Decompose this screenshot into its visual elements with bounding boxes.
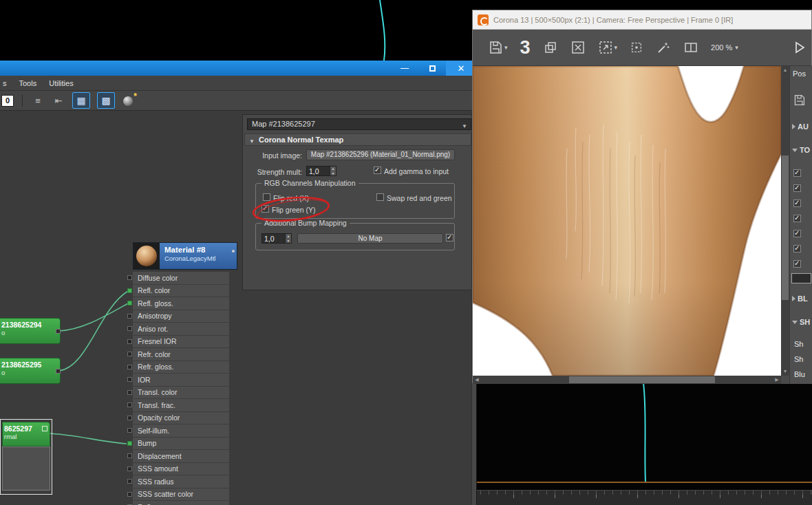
window-minimize-button[interactable]: — xyxy=(391,61,418,76)
render-preview-button[interactable]: * xyxy=(122,93,137,108)
slot-socket[interactable] xyxy=(127,365,132,369)
slot-socket[interactable] xyxy=(127,428,132,433)
map-selector-dropdown[interactable]: Map #2138625297 xyxy=(247,118,471,130)
navigate-arrow-icon[interactable]: ⇤ xyxy=(52,94,65,107)
slot-aniso-rot[interactable]: Aniso rot. xyxy=(133,323,229,336)
map-node-2138625294[interactable]: 2138625294 o xyxy=(0,318,61,344)
vscroll-thumb[interactable] xyxy=(782,155,789,300)
toolbar-number-field[interactable]: 0 xyxy=(1,95,14,107)
node-editor-canvas[interactable]: 2138625294 o 2138625295 o 8625297 rmal xyxy=(0,111,476,505)
node-collapse-icon[interactable] xyxy=(42,426,47,431)
slot-transl-color[interactable]: Transl. color xyxy=(133,387,229,400)
node-output-socket[interactable] xyxy=(56,369,61,374)
panel-checkbox-4[interactable] xyxy=(793,215,801,222)
slot-sss-radius[interactable]: SSS radius xyxy=(133,475,229,488)
slot-bump[interactable]: Bump xyxy=(133,438,229,451)
slot-displacement[interactable]: Displacement xyxy=(133,450,229,463)
slot-socket[interactable] xyxy=(127,326,132,331)
bump-mult-spinner[interactable]: 1,0 ▲▼ xyxy=(261,233,292,244)
render-history-number[interactable]: 3 xyxy=(520,39,531,57)
rollout-corona-normal-texmap[interactable]: Corona Normal Texmap xyxy=(244,133,471,146)
slot-socket[interactable] xyxy=(127,453,132,458)
pick-wand-button[interactable] xyxy=(656,40,671,55)
slot-socket[interactable] xyxy=(127,288,132,293)
slot-socket[interactable] xyxy=(127,402,132,407)
bump-map-button[interactable]: No Map xyxy=(297,233,443,244)
panel-input-field[interactable] xyxy=(791,273,811,283)
swap-red-green-checkbox[interactable] xyxy=(376,193,384,201)
window-maximize-button[interactable] xyxy=(418,61,446,76)
save-config-button[interactable] xyxy=(793,94,806,109)
save-image-button[interactable] xyxy=(488,40,508,55)
vfb-titlebar[interactable]: Corona 13 | 500×500px (2:1) | Camera: Fr… xyxy=(473,10,811,30)
panel-checkbox-7[interactable] xyxy=(793,260,801,268)
panel-checkbox-1[interactable] xyxy=(793,169,801,177)
menu-item-tools[interactable]: Tools xyxy=(19,79,37,87)
slot-diffuse-color[interactable]: Diffuse color xyxy=(133,272,229,285)
slot-socket[interactable] xyxy=(127,314,132,319)
slot-anisotropy[interactable]: Anisotropy xyxy=(133,310,229,323)
slot-refr-gloss[interactable]: Refr. gloss. xyxy=(133,361,229,374)
menu-item-partial[interactable]: s xyxy=(3,79,7,87)
bump-enabled-checkbox[interactable] xyxy=(446,234,453,241)
spinner-arrows[interactable]: ▲▼ xyxy=(285,234,291,243)
add-gamma-checkbox[interactable] xyxy=(374,166,381,174)
slot-socket[interactable] xyxy=(127,441,132,446)
show-grid-toggle-button[interactable]: ▦ xyxy=(72,92,90,109)
panel-checkbox-6[interactable] xyxy=(793,245,801,252)
zoom-level-selector[interactable]: 200 % xyxy=(711,43,738,52)
flip-red-checkbox[interactable] xyxy=(263,193,270,201)
scroll-down-arrow[interactable]: ▼ xyxy=(781,367,789,376)
slot-fresnel-ior[interactable]: Fresnel IOR xyxy=(133,336,229,349)
material-node[interactable]: Material #8 CoronaLegacyMtl Diffuse colo… xyxy=(133,242,237,270)
section-header-sh[interactable]: SH xyxy=(792,318,810,326)
slot-partial[interactable]: Refl xyxy=(133,501,229,505)
map-node-body[interactable] xyxy=(2,447,50,491)
horizontal-scrollbar[interactable]: ◀ ▶ xyxy=(473,376,781,384)
slot-socket[interactable] xyxy=(127,352,132,356)
slot-socket[interactable] xyxy=(127,416,132,420)
slot-opacity-color[interactable]: Opacity color xyxy=(133,412,229,425)
panel-checkbox-3[interactable] xyxy=(793,200,801,207)
input-image-button[interactable]: Map #2138625296 (Material_01_Normal.png) xyxy=(306,149,455,160)
slot-socket[interactable] xyxy=(127,377,132,382)
list-view-icon[interactable]: ≡ xyxy=(31,94,45,107)
slot-socket[interactable] xyxy=(127,275,132,280)
node-options-dot[interactable] xyxy=(232,250,235,252)
section-header-to[interactable]: TO xyxy=(792,146,810,154)
timeline-ruler[interactable] xyxy=(472,490,812,505)
slot-refl-gloss[interactable]: Refl. gloss. xyxy=(133,297,229,310)
strength-mult-spinner[interactable]: 1,0 ▲▼ xyxy=(306,166,336,176)
show-maps-toggle-button[interactable]: ▩ xyxy=(97,92,115,109)
max-viewport-bottom[interactable] xyxy=(472,383,812,505)
map-node-2138625295[interactable]: 2138625295 o xyxy=(0,358,61,384)
slot-refl-color[interactable]: Refl. color xyxy=(133,285,229,298)
ab-compare-button[interactable] xyxy=(683,40,698,55)
slate-titlebar[interactable]: — ✕ xyxy=(0,61,476,76)
section-header-bl[interactable]: BL xyxy=(792,294,808,303)
map-node-2138625297-selected[interactable]: 8625297 rmal xyxy=(0,419,52,495)
slot-socket[interactable] xyxy=(127,339,132,344)
panel-checkbox-2[interactable] xyxy=(793,184,801,192)
slot-ior[interactable]: IOR xyxy=(133,374,229,387)
slot-socket[interactable] xyxy=(127,466,132,471)
slot-socket[interactable] xyxy=(127,390,132,395)
slot-socket[interactable] xyxy=(127,479,132,484)
slot-refr-color[interactable]: Refr. color xyxy=(133,348,229,361)
scroll-left-arrow[interactable]: ◀ xyxy=(473,376,481,384)
hscroll-thumb[interactable] xyxy=(569,376,715,383)
slot-transl-frac[interactable]: Transl. frac. xyxy=(133,399,229,412)
scroll-right-arrow[interactable]: ▶ xyxy=(773,376,781,384)
slot-sss-scatter-color[interactable]: SSS scatter color xyxy=(133,488,229,502)
render-viewport[interactable] xyxy=(473,66,781,376)
slot-socket[interactable] xyxy=(127,492,132,497)
slot-sss-amount[interactable]: SSS amount xyxy=(133,463,229,476)
material-node-header[interactable]: Material #8 CoronaLegacyMtl xyxy=(133,242,237,270)
start-render-button[interactable] xyxy=(792,40,807,55)
spinner-arrows[interactable]: ▲▼ xyxy=(330,166,336,175)
duplicate-render-button[interactable] xyxy=(543,40,558,55)
menu-item-utilities[interactable]: Utilities xyxy=(49,79,73,87)
render-region-button[interactable] xyxy=(598,40,618,55)
panel-checkbox-5[interactable] xyxy=(793,230,801,237)
map-node-header[interactable]: 8625297 rmal xyxy=(2,422,50,447)
